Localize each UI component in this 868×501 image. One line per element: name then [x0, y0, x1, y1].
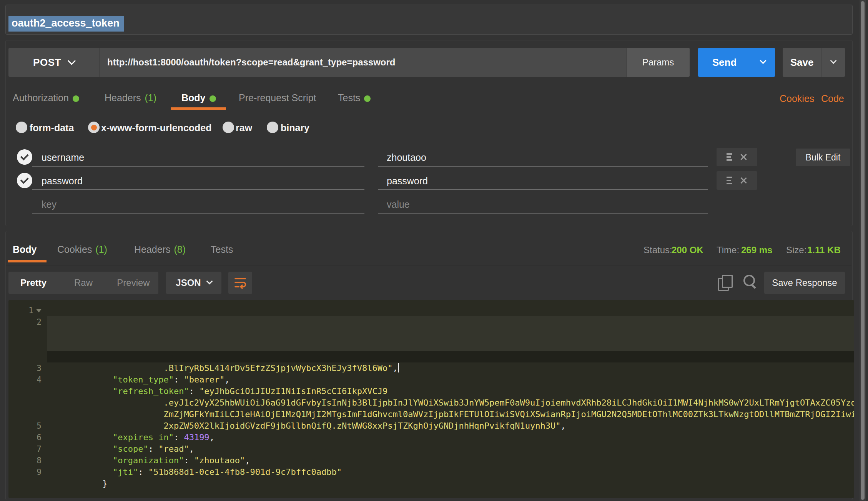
- save-button[interactable]: Save: [783, 48, 845, 77]
- code-line: .eyJ1c2VyX25hbWUiOiJ6aG91dGFvbyIsInNjb3B…: [8, 386, 854, 397]
- view-mode-preview[interactable]: Preview: [108, 272, 158, 294]
- value-input[interactable]: [386, 150, 634, 165]
- line-number-gutter: 4: [8, 374, 47, 386]
- radio-x-www-form-urlencoded-label[interactable]: x-www-form-urlencoded: [101, 122, 212, 134]
- request-name-title[interactable]: oauth2_access_token: [8, 16, 124, 32]
- radio-raw-label[interactable]: raw: [236, 122, 252, 134]
- code-text: }: [47, 466, 854, 478]
- word-wrap-button[interactable]: [228, 272, 252, 294]
- row-actions: [717, 171, 757, 190]
- tab-body[interactable]: Body: [181, 92, 216, 104]
- send-options-caret[interactable]: [751, 48, 775, 77]
- code-text: .BlIryRbSL414rDv5EfzZSjpjvWybcX3hEJy3fV8…: [47, 351, 854, 362]
- save-label: Save: [783, 48, 821, 77]
- active-tab-underline: [8, 260, 47, 262]
- line-number: 2: [37, 317, 42, 327]
- code-text: "organization": "zhoutaoo",: [47, 443, 854, 455]
- bulk-edit-button[interactable]: Bulk Edit: [796, 149, 850, 166]
- code-text: {: [47, 305, 854, 316]
- radio-selected-dot: [91, 125, 97, 130]
- code-text: .eyJ1c2VyX25hbWUiOiJ6aG91dGFvbyIsInNjb3B…: [47, 328, 854, 339]
- line-number: 7: [37, 444, 42, 454]
- url-bar: POST Params: [8, 48, 690, 77]
- tab-headers[interactable]: Headers (1): [105, 92, 156, 104]
- radio-binary-label[interactable]: binary: [281, 122, 309, 134]
- code-line: 9 }: [8, 466, 854, 478]
- fold-arrow-icon[interactable]: [36, 309, 42, 312]
- line-number-gutter: [8, 339, 47, 351]
- view-mode-raw[interactable]: Raw: [58, 272, 108, 294]
- radio-x-www-form-urlencoded[interactable]: [88, 122, 100, 133]
- response-tab-cookies[interactable]: Cookies (1): [57, 244, 107, 255]
- value-input[interactable]: [386, 197, 634, 212]
- method-label: POST: [33, 57, 61, 68]
- tab-authorization[interactable]: Authorization: [13, 92, 79, 104]
- code-text: .eyJ1c2VyX25hbWUiOiJ6aG91dGFvbyIsInNjb3B…: [47, 386, 854, 397]
- line-number-gutter: [8, 409, 47, 420]
- language-dropdown[interactable]: JSON: [166, 272, 221, 294]
- code-line: .eyJ1c2VyX25hbWUiOiJ6aG91dGFvbyIsInNjb3B…: [8, 328, 854, 339]
- radio-form-data[interactable]: [16, 122, 27, 133]
- row-enabled-checkbox[interactable]: [17, 149, 32, 165]
- send-button[interactable]: Send: [698, 48, 775, 77]
- code-segment: }: [102, 479, 107, 488]
- chevron-down-icon: [68, 57, 76, 65]
- has-content-dot: [73, 95, 79, 102]
- input-underline: [32, 166, 364, 167]
- line-number: 5: [37, 421, 42, 431]
- code-line: 1 {: [8, 305, 854, 316]
- code-text: "jti": "51b868d1-0ce1-4fb8-901d-9c7bffc0…: [47, 455, 854, 466]
- code-text: ZmZjMGFkYmIiLCJleHAiOjE1MzQ1MjI2MTgsImF1…: [47, 397, 854, 409]
- method-dropdown[interactable]: POST: [8, 48, 99, 77]
- search-icon[interactable]: [743, 274, 758, 290]
- response-tab-headers[interactable]: Headers (8): [134, 244, 186, 255]
- code-line: ZmZjMGFkYmIiLCJleHAiOjE1MzQ1MjI2MTgsImF1…: [8, 397, 854, 409]
- headers-count: (8): [174, 244, 186, 255]
- code-text: "access_token": "eyJhbGciOiJIUzI1NiIsInR…: [47, 316, 854, 328]
- radio-binary[interactable]: [267, 122, 278, 133]
- chevron-down-icon: [760, 57, 767, 64]
- url-input[interactable]: [100, 48, 626, 77]
- line-number-gutter: 6: [8, 432, 47, 443]
- view-mode-pretty[interactable]: Pretty: [8, 272, 58, 294]
- word-wrap-icon: [234, 276, 247, 289]
- radio-form-data-label[interactable]: form-data: [30, 122, 74, 134]
- response-tab-body[interactable]: Body: [13, 244, 37, 255]
- params-button[interactable]: Params: [626, 48, 690, 77]
- time-label: Time:: [717, 245, 739, 256]
- cookies-link[interactable]: Cookies: [780, 93, 814, 104]
- check-icon: [20, 175, 28, 184]
- code-text: "scope": "read",: [47, 432, 854, 443]
- input-underline: [32, 213, 364, 214]
- line-number-gutter: [8, 328, 47, 339]
- chevron-down-icon: [830, 57, 836, 64]
- key-input[interactable]: [41, 197, 288, 212]
- has-content-dot: [210, 95, 216, 102]
- tab-tests[interactable]: Tests: [338, 92, 371, 104]
- remove-row-icon[interactable]: [739, 153, 748, 161]
- save-options-caret[interactable]: [821, 48, 845, 77]
- code-link[interactable]: Code: [821, 93, 844, 104]
- code-text: 2xpZW50X2lkIjoidGVzdF9jbGllbnQifQ.zNtWWG…: [47, 409, 854, 420]
- scrollbar-thumb[interactable]: [861, 1, 865, 500]
- radio-raw[interactable]: [223, 122, 234, 133]
- line-number-gutter: [8, 397, 47, 409]
- row-enabled-checkbox[interactable]: [17, 173, 32, 188]
- tab-pre-request-script[interactable]: Pre-request Script: [239, 92, 316, 104]
- time-value: 269 ms: [741, 245, 772, 256]
- save-response-button[interactable]: Save Response: [764, 272, 845, 294]
- value-input[interactable]: [386, 174, 634, 188]
- check-icon: [20, 152, 28, 160]
- key-input[interactable]: [41, 174, 288, 188]
- line-number: 4: [37, 375, 42, 384]
- response-body-viewer: 1 { 2 "access_token": "eyJhbGciOiJIUzI1N…: [8, 300, 854, 498]
- drag-handle-icon[interactable]: [727, 153, 732, 161]
- remove-row-icon[interactable]: [739, 176, 748, 185]
- response-tab-tests[interactable]: Tests: [211, 244, 233, 255]
- code-line: 3 "token_type": "bearer",: [8, 362, 854, 374]
- drag-handle-icon[interactable]: [727, 177, 732, 184]
- code-line: 5 "expires_in": 43199,: [8, 420, 854, 432]
- row-actions: [717, 148, 757, 166]
- key-input[interactable]: [41, 150, 288, 165]
- copy-response-icon[interactable]: [718, 275, 733, 291]
